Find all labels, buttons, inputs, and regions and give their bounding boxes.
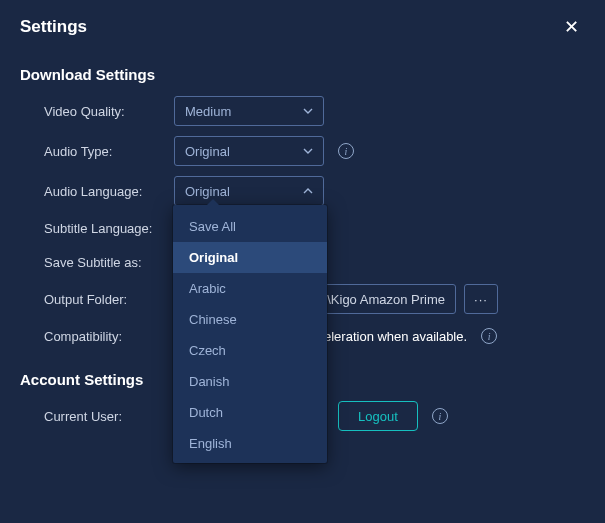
label-output-folder: Output Folder: (44, 292, 174, 307)
dropdown-item[interactable]: Original (173, 242, 327, 273)
label-audio-language: Audio Language: (44, 184, 174, 199)
compatibility-text: eleration when available. (324, 329, 467, 344)
select-audio-language-value: Original (185, 184, 230, 199)
ellipsis-icon: ··· (474, 292, 488, 307)
chevron-up-icon (303, 186, 313, 196)
label-audio-type: Audio Type: (44, 144, 174, 159)
dropdown-item[interactable]: English (173, 428, 327, 459)
label-compatibility: Compatibility: (44, 329, 174, 344)
select-audio-type-value: Original (185, 144, 230, 159)
audio-language-dropdown[interactable]: Save AllOriginalArabicChineseCzechDanish… (173, 205, 327, 463)
section-download-title: Download Settings (0, 48, 605, 91)
select-video-quality-value: Medium (185, 104, 231, 119)
label-save-subtitle-as: Save Subtitle as: (44, 255, 174, 270)
row-video-quality: Video Quality: Medium (0, 91, 605, 131)
dropdown-item[interactable]: Dutch (173, 397, 327, 428)
label-current-user: Current User: (44, 409, 174, 424)
dropdown-item[interactable]: Chinese (173, 304, 327, 335)
info-icon[interactable]: i (432, 408, 448, 424)
dropdown-item[interactable]: Czech (173, 335, 327, 366)
close-button[interactable]: ✕ (558, 12, 585, 42)
select-video-quality[interactable]: Medium (174, 96, 324, 126)
dropdown-item[interactable]: Save All (173, 211, 327, 242)
logout-button[interactable]: Logout (338, 401, 418, 431)
chevron-down-icon (303, 146, 313, 156)
close-icon: ✕ (564, 17, 579, 37)
row-audio-type: Audio Type: Original i (0, 131, 605, 171)
label-video-quality: Video Quality: (44, 104, 174, 119)
page-title: Settings (20, 17, 87, 37)
chevron-down-icon (303, 106, 313, 116)
dropdown-item[interactable]: Danish (173, 366, 327, 397)
label-subtitle-language: Subtitle Language: (44, 221, 174, 236)
select-audio-language[interactable]: Original (174, 176, 324, 206)
logout-button-label: Logout (358, 409, 398, 424)
select-audio-type[interactable]: Original (174, 136, 324, 166)
dropdown-item[interactable]: Arabic (173, 273, 327, 304)
info-icon[interactable]: i (481, 328, 497, 344)
info-icon[interactable]: i (338, 143, 354, 159)
browse-button[interactable]: ··· (464, 284, 498, 314)
